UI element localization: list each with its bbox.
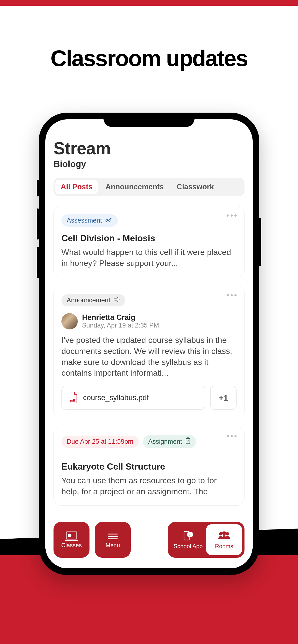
post-menu-button[interactable] <box>227 214 237 216</box>
phone-notch <box>103 112 195 127</box>
assessment-icon <box>105 217 112 224</box>
nav-classes-button[interactable]: Classes <box>54 522 89 558</box>
svg-rect-6 <box>187 532 193 537</box>
post-author: Henrietta Craig Sunday, Apr 19 at 2:35 P… <box>61 313 237 330</box>
phone-screen: Stream Biology All Posts Announcements C… <box>45 119 253 568</box>
nav-label: Classes <box>61 542 82 549</box>
svg-point-4 <box>68 534 71 537</box>
svg-point-7 <box>219 532 222 536</box>
classes-icon <box>65 531 78 542</box>
post-card[interactable]: Assessment Cell Division - Meiosis What … <box>54 206 244 277</box>
svg-text:pdf: pdf <box>70 399 75 402</box>
filter-tabs: All Posts Announcements Classwork <box>54 178 244 196</box>
school-app-icon <box>181 530 195 541</box>
nav-toggle: School App Rooms <box>168 522 244 558</box>
top-accent-bar <box>0 0 298 6</box>
nav-label: Menu <box>106 542 120 549</box>
menu-icon <box>106 531 119 542</box>
post-menu-button[interactable] <box>227 294 237 296</box>
tab-announcements[interactable]: Announcements <box>100 180 169 194</box>
clipboard-check-icon <box>185 438 191 446</box>
tab-all-posts[interactable]: All Posts <box>55 180 98 194</box>
post-title: Cell Division - Meiosis <box>61 233 237 244</box>
post-title: Eukaryote Cell Structure <box>61 462 237 472</box>
svg-point-9 <box>226 532 229 536</box>
tab-classwork[interactable]: Classwork <box>172 180 219 194</box>
badge-label: Announcement <box>67 296 110 304</box>
rooms-icon <box>217 530 231 541</box>
avatar <box>61 313 78 330</box>
author-timestamp: Sunday, Apr 19 at 2:35 PM <box>82 322 159 329</box>
attachment-more-button[interactable]: +1 <box>210 386 237 410</box>
phone-frame: Stream Biology All Posts Announcements C… <box>39 112 259 575</box>
post-menu-button[interactable] <box>227 435 237 437</box>
nav-rooms-button[interactable]: Rooms <box>206 524 242 555</box>
bottom-nav: Classes Menu <box>45 516 253 568</box>
phone-side-button <box>37 180 39 196</box>
pdf-icon: pdf <box>68 392 78 404</box>
attachment-item[interactable]: pdf course_syllabus.pdf <box>61 386 205 410</box>
page-headline: Classroom updates <box>0 46 298 72</box>
badge-label: Assessment <box>67 217 102 224</box>
stream-subtitle: Biology <box>54 159 244 169</box>
svg-point-8 <box>222 532 226 535</box>
megaphone-icon <box>113 296 120 304</box>
attachment-name: course_syllabus.pdf <box>83 394 149 402</box>
nav-school-app-button[interactable]: School App <box>170 524 206 555</box>
post-card[interactable]: Due Apr 25 at 11:59pm Assignment <box>54 427 244 506</box>
phone-side-button <box>37 208 39 240</box>
post-body: You can use them as resources to go to f… <box>61 475 237 497</box>
assessment-badge: Assessment <box>61 214 118 227</box>
post-card[interactable]: Announcement Henrietta Craig Sunday, Apr… <box>54 286 244 418</box>
due-badge: Due Apr 25 at 11:59pm <box>61 436 139 448</box>
nav-menu-button[interactable]: Menu <box>95 522 131 558</box>
phone-side-button <box>259 218 261 266</box>
svg-rect-1 <box>186 438 190 444</box>
post-body: What would happen to this cell if it wer… <box>61 247 237 269</box>
announcement-badge: Announcement <box>61 294 125 306</box>
badge-label: Due Apr 25 at 11:59pm <box>67 438 133 446</box>
author-name: Henrietta Craig <box>82 313 159 322</box>
nav-label: Rooms <box>215 543 233 550</box>
assignment-badge: Assignment <box>143 435 196 448</box>
badge-label: Assignment <box>148 438 182 446</box>
nav-label: School App <box>174 543 203 550</box>
stream-title: Stream <box>54 138 244 158</box>
post-body: I've posted the updated course syllabus … <box>61 335 237 379</box>
phone-side-button <box>37 247 39 278</box>
